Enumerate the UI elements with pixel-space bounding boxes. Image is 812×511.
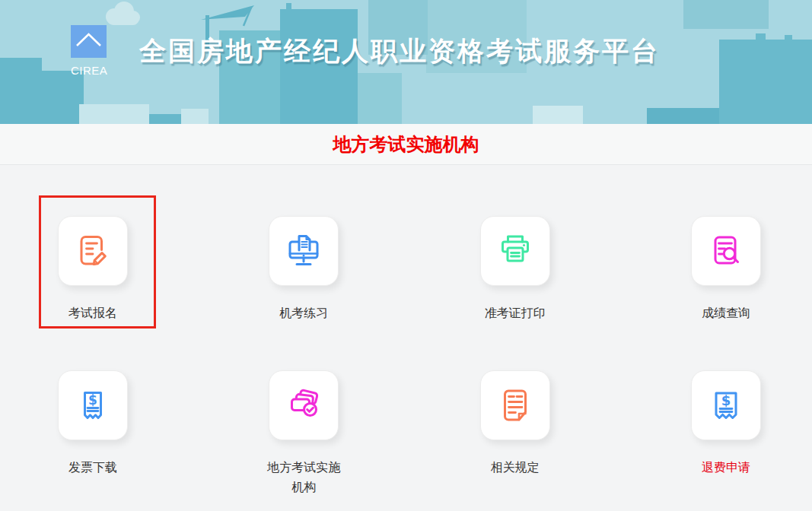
house-logo-icon bbox=[71, 25, 107, 58]
card-label: 相关规定 bbox=[491, 458, 540, 478]
printer-icon bbox=[480, 216, 550, 286]
monitor-document-icon bbox=[269, 216, 339, 286]
svg-text:$: $ bbox=[88, 392, 97, 408]
card-label: 准考证打印 bbox=[485, 303, 546, 323]
card-label: 考试报名 bbox=[68, 303, 117, 323]
stacked-cards-check-icon bbox=[269, 370, 339, 440]
card-computer-practice[interactable]: 机考练习 bbox=[243, 216, 365, 323]
card-local-exam-agency[interactable]: 地方考试实施机构 bbox=[243, 370, 365, 497]
card-refund-application[interactable]: $ 退费申请 bbox=[665, 370, 787, 497]
document-search-icon bbox=[691, 216, 761, 286]
card-exam-registration[interactable]: 考试报名 bbox=[32, 216, 154, 323]
card-label: 发票下载 bbox=[68, 458, 117, 478]
card-regulations[interactable]: 相关规定 bbox=[454, 370, 576, 497]
page: CIREA 全国房地产经纪人职业资格考试服务平台 地方考试实施机构 考试报名 bbox=[0, 0, 812, 511]
services-grid: 考试报名 机考练习 bbox=[0, 166, 812, 511]
site-title: 全国房地产经纪人职业资格考试服务平台 bbox=[139, 33, 660, 69]
card-label: 机考练习 bbox=[279, 303, 328, 323]
svg-text:$: $ bbox=[721, 392, 731, 408]
logo-text: CIREA bbox=[71, 64, 107, 77]
document-edit-icon bbox=[58, 216, 128, 286]
card-label: 成绩查询 bbox=[702, 303, 750, 323]
section-heading-bar: 地方考试实施机构 bbox=[0, 124, 812, 165]
site-logo[interactable]: CIREA bbox=[71, 25, 116, 77]
services-row-2: $ 发票下载 地方考试实施机构 bbox=[32, 370, 787, 497]
card-label: 退费申请 bbox=[702, 458, 750, 478]
document-lines-icon bbox=[480, 370, 550, 440]
card-invoice-download[interactable]: $ 发票下载 bbox=[32, 370, 154, 497]
card-label: 地方考试实施机构 bbox=[264, 458, 343, 497]
receipt-dollar-icon: $ bbox=[691, 370, 761, 440]
site-header: CIREA 全国房地产经纪人职业资格考试服务平台 bbox=[0, 0, 812, 124]
card-score-query[interactable]: 成绩查询 bbox=[665, 216, 787, 323]
section-heading: 地方考试实施机构 bbox=[0, 124, 812, 165]
card-admission-ticket-print[interactable]: 准考证打印 bbox=[454, 216, 576, 323]
services-row-1: 考试报名 机考练习 bbox=[32, 216, 787, 323]
receipt-dollar-icon: $ bbox=[58, 370, 128, 440]
